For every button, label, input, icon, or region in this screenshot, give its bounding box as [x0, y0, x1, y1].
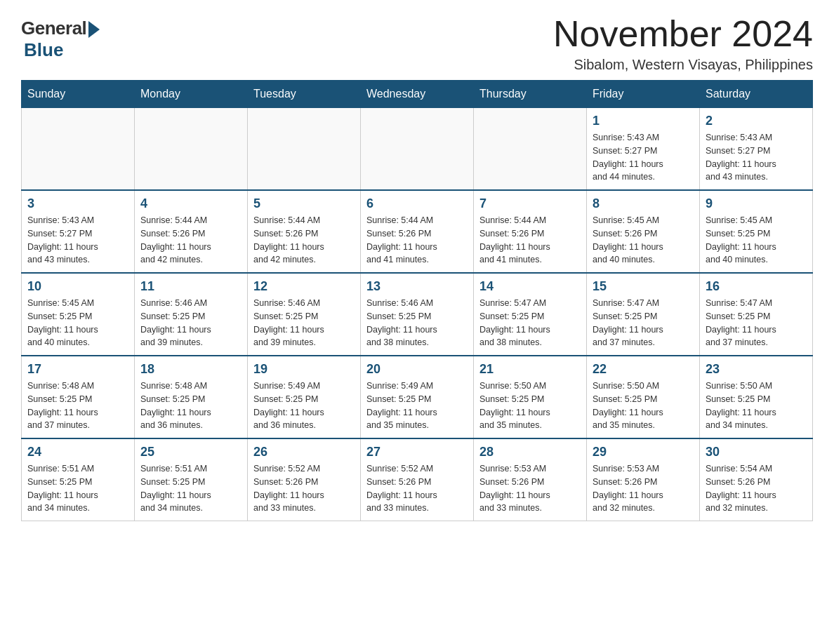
- calendar-day-cell: 25Sunrise: 5:51 AM Sunset: 5:25 PM Dayli…: [135, 438, 248, 521]
- day-info: Sunrise: 5:44 AM Sunset: 5:26 PM Dayligh…: [140, 214, 241, 267]
- calendar-day-cell: [135, 108, 248, 191]
- day-info: Sunrise: 5:46 AM Sunset: 5:25 PM Dayligh…: [253, 297, 355, 349]
- calendar-day-cell: 20Sunrise: 5:49 AM Sunset: 5:25 PM Dayli…: [361, 356, 474, 438]
- day-number: 25: [140, 445, 241, 459]
- day-number: 30: [706, 445, 807, 459]
- calendar-day-cell: [22, 108, 135, 191]
- day-info: Sunrise: 5:50 AM Sunset: 5:25 PM Dayligh…: [706, 380, 807, 432]
- day-number: 7: [479, 196, 581, 211]
- calendar-day-cell: 14Sunrise: 5:47 AM Sunset: 5:25 PM Dayli…: [474, 273, 587, 356]
- day-info: Sunrise: 5:46 AM Sunset: 5:25 PM Dayligh…: [366, 297, 468, 349]
- calendar-day-cell: 16Sunrise: 5:47 AM Sunset: 5:25 PM Dayli…: [700, 273, 813, 356]
- calendar-table: SundayMondayTuesdayWednesdayThursdayFrid…: [21, 80, 813, 521]
- day-info: Sunrise: 5:48 AM Sunset: 5:25 PM Dayligh…: [140, 380, 241, 432]
- weekday-header-saturday: Saturday: [700, 81, 813, 108]
- page-header: General Blue November 2024 Sibalom, West…: [21, 14, 813, 73]
- weekday-header-monday: Monday: [135, 81, 248, 108]
- calendar-day-cell: 23Sunrise: 5:50 AM Sunset: 5:25 PM Dayli…: [700, 356, 813, 438]
- day-number: 17: [27, 362, 128, 377]
- weekday-header-row: SundayMondayTuesdayWednesdayThursdayFrid…: [22, 81, 813, 108]
- day-number: 24: [27, 445, 128, 459]
- day-info: Sunrise: 5:50 AM Sunset: 5:25 PM Dayligh…: [593, 380, 694, 432]
- calendar-week-row: 3Sunrise: 5:43 AM Sunset: 5:27 PM Daylig…: [22, 190, 813, 273]
- day-number: 11: [140, 279, 241, 294]
- day-info: Sunrise: 5:43 AM Sunset: 5:27 PM Dayligh…: [593, 131, 694, 184]
- day-info: Sunrise: 5:45 AM Sunset: 5:25 PM Dayligh…: [706, 214, 807, 267]
- calendar-day-cell: 7Sunrise: 5:44 AM Sunset: 5:26 PM Daylig…: [474, 190, 587, 273]
- calendar-day-cell: 17Sunrise: 5:48 AM Sunset: 5:25 PM Dayli…: [22, 356, 135, 438]
- day-number: 6: [366, 196, 468, 211]
- weekday-header-thursday: Thursday: [474, 81, 587, 108]
- day-number: 15: [593, 279, 694, 294]
- day-info: Sunrise: 5:46 AM Sunset: 5:25 PM Dayligh…: [140, 297, 241, 349]
- day-info: Sunrise: 5:47 AM Sunset: 5:25 PM Dayligh…: [593, 297, 694, 349]
- day-number: 28: [479, 445, 581, 459]
- weekday-header-wednesday: Wednesday: [361, 81, 474, 108]
- day-number: 10: [27, 279, 128, 294]
- weekday-header-friday: Friday: [587, 81, 700, 108]
- calendar-day-cell: 13Sunrise: 5:46 AM Sunset: 5:25 PM Dayli…: [361, 273, 474, 356]
- day-number: 8: [593, 196, 694, 211]
- day-number: 12: [253, 279, 355, 294]
- calendar-day-cell: 3Sunrise: 5:43 AM Sunset: 5:27 PM Daylig…: [22, 190, 135, 273]
- day-number: 19: [253, 362, 355, 377]
- day-info: Sunrise: 5:54 AM Sunset: 5:26 PM Dayligh…: [706, 462, 807, 515]
- day-number: 2: [706, 114, 807, 128]
- calendar-day-cell: 29Sunrise: 5:53 AM Sunset: 5:26 PM Dayli…: [587, 438, 700, 521]
- calendar-week-row: 17Sunrise: 5:48 AM Sunset: 5:25 PM Dayli…: [22, 356, 813, 438]
- calendar-day-cell: 27Sunrise: 5:52 AM Sunset: 5:26 PM Dayli…: [361, 438, 474, 521]
- day-number: 5: [253, 196, 355, 211]
- logo: General Blue: [21, 14, 100, 61]
- day-info: Sunrise: 5:52 AM Sunset: 5:26 PM Dayligh…: [253, 462, 355, 515]
- day-info: Sunrise: 5:49 AM Sunset: 5:25 PM Dayligh…: [253, 380, 355, 432]
- calendar-day-cell: 18Sunrise: 5:48 AM Sunset: 5:25 PM Dayli…: [135, 356, 248, 438]
- weekday-header-sunday: Sunday: [22, 81, 135, 108]
- day-info: Sunrise: 5:51 AM Sunset: 5:25 PM Dayligh…: [27, 462, 128, 515]
- day-number: 23: [706, 362, 807, 377]
- calendar-day-cell: 30Sunrise: 5:54 AM Sunset: 5:26 PM Dayli…: [700, 438, 813, 521]
- location-text: Sibalom, Western Visayas, Philippines: [553, 57, 813, 73]
- weekday-header-tuesday: Tuesday: [248, 81, 361, 108]
- calendar-week-row: 24Sunrise: 5:51 AM Sunset: 5:25 PM Dayli…: [22, 438, 813, 521]
- calendar-day-cell: [361, 108, 474, 191]
- day-number: 13: [366, 279, 468, 294]
- title-section: November 2024 Sibalom, Western Visayas, …: [553, 14, 813, 73]
- calendar-day-cell: 8Sunrise: 5:45 AM Sunset: 5:26 PM Daylig…: [587, 190, 700, 273]
- day-number: 20: [366, 362, 468, 377]
- day-number: 9: [706, 196, 807, 211]
- day-info: Sunrise: 5:45 AM Sunset: 5:26 PM Dayligh…: [593, 214, 694, 267]
- day-number: 21: [479, 362, 581, 377]
- calendar-day-cell: 21Sunrise: 5:50 AM Sunset: 5:25 PM Dayli…: [474, 356, 587, 438]
- calendar-day-cell: 12Sunrise: 5:46 AM Sunset: 5:25 PM Dayli…: [248, 273, 361, 356]
- day-info: Sunrise: 5:51 AM Sunset: 5:25 PM Dayligh…: [140, 462, 241, 515]
- calendar-day-cell: [474, 108, 587, 191]
- logo-blue-text: Blue: [24, 39, 63, 61]
- calendar-day-cell: [248, 108, 361, 191]
- month-title: November 2024: [553, 14, 813, 54]
- logo-arrow-icon: [88, 21, 100, 38]
- day-number: 22: [593, 362, 694, 377]
- day-info: Sunrise: 5:44 AM Sunset: 5:26 PM Dayligh…: [253, 214, 355, 267]
- day-number: 27: [366, 445, 468, 459]
- calendar-day-cell: 11Sunrise: 5:46 AM Sunset: 5:25 PM Dayli…: [135, 273, 248, 356]
- calendar-day-cell: 4Sunrise: 5:44 AM Sunset: 5:26 PM Daylig…: [135, 190, 248, 273]
- calendar-day-cell: 5Sunrise: 5:44 AM Sunset: 5:26 PM Daylig…: [248, 190, 361, 273]
- calendar-week-row: 1Sunrise: 5:43 AM Sunset: 5:27 PM Daylig…: [22, 108, 813, 191]
- calendar-day-cell: 24Sunrise: 5:51 AM Sunset: 5:25 PM Dayli…: [22, 438, 135, 521]
- day-info: Sunrise: 5:48 AM Sunset: 5:25 PM Dayligh…: [27, 380, 128, 432]
- day-number: 26: [253, 445, 355, 459]
- day-info: Sunrise: 5:44 AM Sunset: 5:26 PM Dayligh…: [479, 214, 581, 267]
- day-info: Sunrise: 5:47 AM Sunset: 5:25 PM Dayligh…: [706, 297, 807, 349]
- calendar-day-cell: 2Sunrise: 5:43 AM Sunset: 5:27 PM Daylig…: [700, 108, 813, 191]
- calendar-day-cell: 22Sunrise: 5:50 AM Sunset: 5:25 PM Dayli…: [587, 356, 700, 438]
- day-info: Sunrise: 5:49 AM Sunset: 5:25 PM Dayligh…: [366, 380, 468, 432]
- day-info: Sunrise: 5:45 AM Sunset: 5:25 PM Dayligh…: [27, 297, 128, 349]
- day-info: Sunrise: 5:53 AM Sunset: 5:26 PM Dayligh…: [479, 462, 581, 515]
- day-info: Sunrise: 5:44 AM Sunset: 5:26 PM Dayligh…: [366, 214, 468, 267]
- day-info: Sunrise: 5:53 AM Sunset: 5:26 PM Dayligh…: [593, 462, 694, 515]
- day-number: 1: [593, 114, 694, 128]
- calendar-day-cell: 1Sunrise: 5:43 AM Sunset: 5:27 PM Daylig…: [587, 108, 700, 191]
- day-info: Sunrise: 5:43 AM Sunset: 5:27 PM Dayligh…: [27, 214, 128, 267]
- day-number: 29: [593, 445, 694, 459]
- calendar-day-cell: 26Sunrise: 5:52 AM Sunset: 5:26 PM Dayli…: [248, 438, 361, 521]
